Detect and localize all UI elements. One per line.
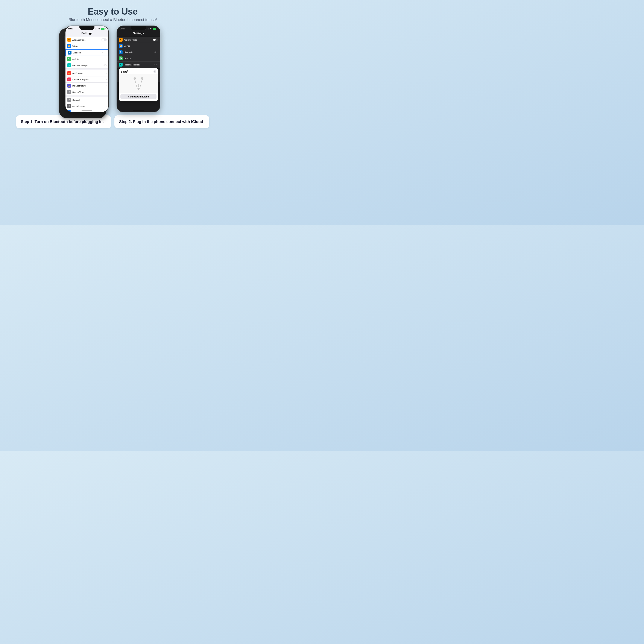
settings-row-screentime[interactable]: ⏱ Screen Time › — [65, 89, 108, 95]
hotspot-chevron-right: › — [158, 64, 158, 66]
display-label: Display & Brightness — [72, 111, 106, 112]
settings-row-hotspot[interactable]: ⊕ Personal Hotspot Off › — [65, 62, 108, 68]
display-icon: AA — [67, 110, 71, 112]
settings-row-dnd[interactable]: 🌙 Do Not Disturb › — [65, 83, 108, 89]
cellular-chevron-right: › — [158, 58, 158, 59]
settings-title-left: Settings — [65, 31, 108, 36]
notch-left — [79, 26, 94, 30]
beats-image-area — [119, 74, 158, 93]
hotspot-value-right: Off — [154, 64, 157, 66]
cellular-icon-right: 📡 — [119, 56, 123, 60]
settings-row-wlan[interactable]: 📶 WLAN › — [65, 43, 108, 49]
notifications-icon: 🔔 — [67, 71, 71, 75]
general-icon: ⚙ — [67, 98, 71, 102]
screentime-chevron: › — [106, 91, 107, 93]
settings-title-right: Settings — [117, 31, 160, 36]
screentime-label: Screen Time — [72, 91, 106, 93]
wlan-icon: 📶 — [67, 44, 71, 48]
settings-row-sounds[interactable]: 🔊 Sounds & Haptics › — [65, 76, 108, 83]
svg-rect-3 — [138, 84, 139, 87]
wifi-icon: ⌘ — [98, 28, 100, 30]
wlan-label-right: WLAN — [124, 45, 158, 47]
settings-gap-2 — [65, 95, 108, 96]
settings-row-notifications[interactable]: 🔔 Notifications › — [65, 70, 108, 76]
bluetooth-icon: Ƀ — [68, 51, 71, 55]
settings-group-right-1: ✈ Airplane Mode 📶 WLAN › Ƀ Bluetooth On … — [117, 37, 160, 68]
settings-row-right-wlan[interactable]: 📶 WLAN › — [117, 43, 160, 49]
dnd-chevron: › — [106, 85, 107, 87]
wlan-chevron: › — [106, 45, 107, 47]
iphone-right: 16:32 ▲▲▲ ⌘ ▐██▌+ Settings ✈ Airplane Mo… — [117, 26, 160, 112]
airplane-toggle[interactable] — [102, 38, 107, 41]
settings-gap-1 — [65, 68, 108, 70]
sounds-icon: 🔊 — [67, 77, 71, 81]
bluetooth-label: Bluetooth — [73, 52, 102, 54]
general-label: General — [72, 99, 106, 101]
cellular-label-right: Cellular — [124, 57, 158, 60]
controlcenter-icon: ⊞ — [67, 104, 71, 108]
phone-left-wrapper: 16:32 ▲▲▲ ⌘ ▐██▌+ Settings ✈ Airplane Mo… — [65, 26, 108, 112]
home-indicator-right — [133, 110, 144, 111]
general-chevron: › — [106, 99, 107, 101]
sounds-label: Sounds & Haptics — [72, 78, 106, 81]
beats-title: Beatsx — [121, 70, 128, 73]
settings-row-right-hotspot[interactable]: ⊕ Personal Hotspot Off › — [117, 62, 160, 68]
dnd-label: Do Not Disturb — [72, 85, 106, 87]
home-indicator-left — [82, 110, 92, 111]
settings-row-airplane[interactable]: ✈ Airplane Mode — [65, 37, 108, 43]
main-title: Easy to Use — [68, 6, 157, 17]
hotspot-label: Personal Hotspot — [72, 64, 103, 67]
settings-row-controlcenter[interactable]: ⊞ Control Center › — [65, 103, 108, 109]
settings-group-3: ⚙ General › ⊞ Control Center › AA Displa… — [65, 97, 108, 112]
svg-point-2 — [138, 88, 139, 90]
cellular-chevron: › — [106, 58, 107, 60]
notifications-chevron: › — [106, 72, 107, 74]
bluetooth-label-right: Bluetooth — [124, 51, 154, 53]
battery-icon-right: ▐██▌+ — [152, 28, 157, 30]
phone-right-wrapper: 16:32 ▲▲▲ ⌘ ▐██▌+ Settings ✈ Airplane Mo… — [117, 26, 160, 112]
phones-row: 16:32 ▲▲▲ ⌘ ▐██▌+ Settings ✈ Airplane Mo… — [65, 26, 160, 112]
beats-close-button[interactable]: × — [153, 70, 156, 73]
screentime-icon: ⏱ — [67, 90, 71, 94]
settings-row-right-cellular[interactable]: 📡 Cellular › — [117, 55, 160, 62]
cellular-label: Cellular — [72, 58, 106, 60]
hotspot-label-right: Personal Hotspot — [124, 64, 154, 66]
screen-left: 16:32 ▲▲▲ ⌘ ▐██▌+ Settings ✈ Airplane Mo… — [65, 26, 108, 112]
settings-row-general[interactable]: ⚙ General › — [65, 97, 108, 103]
settings-group-2: 🔔 Notifications › 🔊 Sounds & Haptics › 🌙… — [65, 70, 108, 95]
page-header: Easy to Use Bluetooth:Must connect a Blu… — [68, 6, 157, 22]
airplane-toggle-right[interactable] — [153, 38, 158, 41]
hotspot-icon-right: ⊕ — [119, 63, 123, 67]
bluetooth-value: On — [102, 52, 105, 54]
status-icons-right: ▲▲▲ ⌘ ▐██▌+ — [145, 28, 157, 30]
airplane-label: Airplane Mode — [72, 39, 102, 41]
hotspot-chevron: › — [106, 64, 107, 66]
display-chevron: › — [106, 111, 107, 112]
hotspot-icon: ⊕ — [67, 63, 71, 67]
wlan-icon-right: 📶 — [119, 44, 123, 48]
notifications-label: Notifications — [72, 72, 106, 74]
beats-connect-button[interactable]: Connect with iCloud — [120, 94, 156, 99]
svg-point-1 — [141, 77, 143, 80]
dnd-icon: 🌙 — [67, 84, 71, 88]
beats-popup-header: Beatsx × — [119, 68, 158, 74]
notch-right — [131, 26, 146, 30]
settings-row-cellular[interactable]: 📡 Cellular › — [65, 56, 108, 62]
wlan-chevron-right: › — [158, 45, 158, 47]
bluetooth-icon-right: Ƀ — [119, 50, 123, 54]
settings-row-right-airplane[interactable]: ✈ Airplane Mode — [117, 37, 160, 43]
subtitle: Bluetooth:Must connect a Bluetooth conne… — [68, 18, 157, 22]
steps-row: Step 1. Turn on Bluetooth before pluggin… — [16, 115, 209, 128]
airplane-icon: ✈ — [67, 38, 71, 42]
settings-row-bluetooth[interactable]: Ƀ Bluetooth On › — [65, 49, 108, 56]
iphone-left: 16:32 ▲▲▲ ⌘ ▐██▌+ Settings ✈ Airplane Mo… — [65, 26, 108, 112]
screen-right: 16:32 ▲▲▲ ⌘ ▐██▌+ Settings ✈ Airplane Mo… — [117, 26, 160, 112]
battery-icon-left: ▐██▌+ — [101, 28, 106, 30]
time-right: 16:32 — [120, 28, 125, 30]
cellular-icon: 📡 — [67, 57, 71, 61]
time-left: 16:32 — [68, 28, 73, 30]
wifi-icon-right: ⌘ — [150, 28, 152, 30]
settings-row-right-bluetooth[interactable]: Ƀ Bluetooth On › — [117, 49, 160, 55]
sounds-chevron: › — [106, 79, 107, 81]
step-2-card: Step 2. Plug in the phone connect with i… — [114, 115, 209, 128]
